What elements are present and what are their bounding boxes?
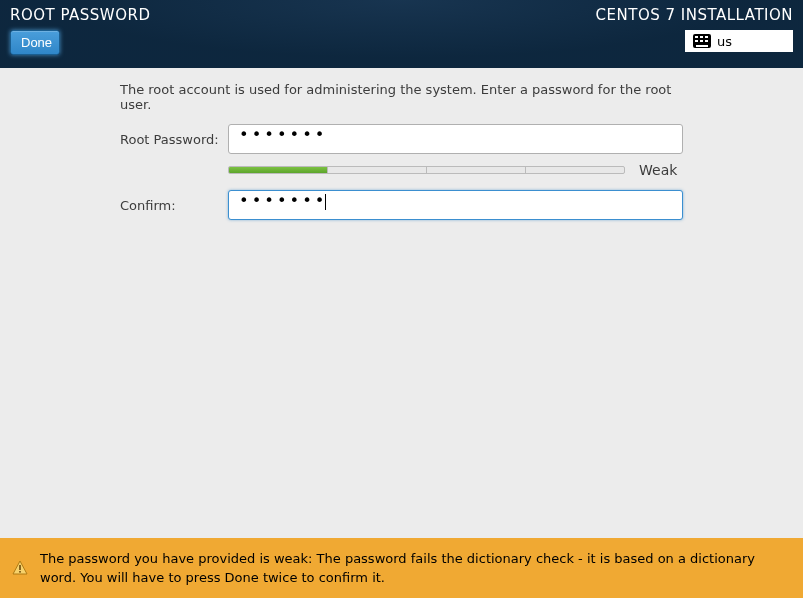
keyboard-icon (693, 34, 711, 48)
strength-label: Weak (639, 162, 683, 178)
strength-seg-2 (328, 167, 427, 173)
keyboard-layout-label: us (717, 34, 732, 49)
svg-rect-2 (19, 571, 21, 573)
root-password-input[interactable]: ••••••• (228, 124, 683, 154)
content-area: The root account is used for administeri… (0, 68, 803, 220)
instruction-text: The root account is used for administeri… (120, 82, 683, 112)
strength-seg-4 (526, 167, 624, 173)
root-password-label: Root Password: (120, 132, 228, 147)
header-bar: ROOT PASSWORD Done CENTOS 7 INSTALLATION… (0, 0, 803, 68)
keyboard-layout-selector[interactable]: us (685, 30, 793, 52)
header-right: CENTOS 7 INSTALLATION us (596, 6, 793, 68)
confirm-password-dots: ••••••• (239, 191, 327, 210)
confirm-password-row: Confirm: ••••••• (120, 190, 683, 220)
root-password-dots: ••••••• (239, 125, 327, 144)
strength-seg-3 (427, 167, 526, 173)
root-password-row: Root Password: ••••••• (120, 124, 683, 154)
warning-bar: The password you have provided is weak: … (0, 538, 803, 598)
strength-seg-1 (229, 167, 328, 173)
strength-row: Weak (228, 162, 683, 178)
confirm-password-label: Confirm: (120, 198, 228, 213)
warning-text: The password you have provided is weak: … (40, 549, 789, 588)
svg-rect-1 (19, 565, 21, 570)
text-cursor (325, 194, 326, 210)
page-title: ROOT PASSWORD (10, 6, 150, 24)
warning-icon (12, 560, 28, 576)
install-title: CENTOS 7 INSTALLATION (596, 6, 793, 24)
done-button[interactable]: Done (10, 30, 60, 55)
confirm-password-input[interactable]: ••••••• (228, 190, 683, 220)
strength-meter (228, 166, 625, 174)
header-left: ROOT PASSWORD Done (10, 6, 150, 68)
